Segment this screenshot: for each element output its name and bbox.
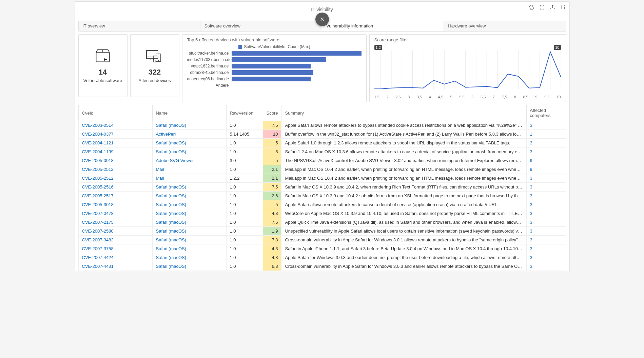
software-link[interactable]: Mail bbox=[152, 174, 226, 183]
chart-score-filter[interactable]: Score range filter 1,2 10 1,522,533,544,… bbox=[369, 34, 566, 102]
software-link[interactable]: Safari (macOS) bbox=[152, 139, 226, 147]
software-link[interactable]: Safari (macOS) bbox=[152, 253, 226, 262]
cve-link[interactable]: CVE-2005-2512 bbox=[78, 174, 152, 183]
refresh-icon[interactable] bbox=[529, 4, 534, 10]
column-header[interactable]: Affected computers bbox=[526, 105, 566, 121]
bar-row[interactable]: Andere bbox=[187, 83, 362, 88]
software-link[interactable]: Safari (macOS) bbox=[152, 236, 226, 244]
table-row: CVE-2005-2512Mail1.02,1Mail.app in Mac O… bbox=[78, 165, 566, 174]
summary-cell: Apple Safari for Windows 3.0.3 and earli… bbox=[281, 253, 526, 262]
tab-software-overview[interactable]: Software overview bbox=[200, 21, 322, 31]
summary-cell: Apple Safari allows remote attackers to … bbox=[281, 121, 526, 130]
bar-row[interactable]: dbmr38-45.berlina.de bbox=[187, 70, 362, 75]
bar-row[interactable]: studitracker.berlina.de bbox=[187, 51, 362, 56]
affected-link[interactable]: 3 bbox=[526, 200, 566, 209]
affected-link[interactable]: 3 bbox=[526, 121, 566, 130]
software-link[interactable]: Safari (macOS) bbox=[152, 262, 226, 271]
bar-row[interactable]: anaentreg06.berlina.de bbox=[187, 76, 362, 82]
bar-fill bbox=[232, 77, 311, 81]
bar-row[interactable]: vetpc1632.berlina.de bbox=[187, 63, 362, 69]
software-link[interactable]: Safari (macOS) bbox=[152, 209, 226, 218]
software-link[interactable]: Safari (macOS) bbox=[152, 147, 226, 156]
axis-tick: 1,5 bbox=[374, 95, 379, 99]
affected-link[interactable]: 3 bbox=[526, 209, 566, 218]
software-link[interactable]: Safari (macOS) bbox=[152, 121, 226, 130]
cve-link[interactable]: CVE-2005-2512 bbox=[78, 165, 152, 174]
cve-link[interactable]: CVE-2005-3018 bbox=[78, 200, 152, 209]
cve-link[interactable]: CVE-2005-2517 bbox=[78, 192, 152, 200]
column-header[interactable]: CveId bbox=[78, 105, 152, 121]
bar-row[interactable]: ieedes117037.berlina.de bbox=[187, 57, 362, 62]
stat-affected-devices[interactable]: 322 Affected devices bbox=[130, 34, 179, 97]
cve-link[interactable]: CVE-2007-2175 bbox=[78, 218, 152, 227]
column-header[interactable]: Name bbox=[152, 105, 226, 121]
cve-link[interactable]: CVE-2007-3482 bbox=[78, 236, 152, 244]
table-row: CVE-2007-3758Safari (macOS)1.04,3Safari … bbox=[78, 244, 566, 253]
score-cell: 7,5 bbox=[263, 121, 281, 130]
raw-version: 1.0 bbox=[226, 227, 263, 236]
software-link[interactable]: Safari (macOS) bbox=[152, 227, 226, 236]
affected-link[interactable]: 3 bbox=[526, 174, 566, 183]
summary-cell: Safari in Mac OS X 10.3.9 and 10.4.2, wh… bbox=[281, 183, 526, 192]
affected-link[interactable]: 3 bbox=[526, 227, 566, 236]
table-row: CVE-2005-0918Adobe SVG Viewer3.05The NPS… bbox=[78, 156, 566, 165]
cve-link[interactable]: CVE-2004-0377 bbox=[78, 130, 152, 139]
axis-tick: 3,5 bbox=[417, 95, 422, 99]
tab-vulnerability-information[interactable]: Vulnerability information bbox=[322, 21, 444, 31]
export-icon[interactable] bbox=[550, 4, 555, 10]
affected-link[interactable]: 3 bbox=[526, 236, 566, 244]
tab-hardware-overview[interactable]: Hardware overview bbox=[444, 21, 565, 31]
close-button[interactable] bbox=[315, 13, 329, 26]
software-link[interactable]: Safari (macOS) bbox=[152, 218, 226, 227]
cve-link[interactable]: CVE-2004-1199 bbox=[78, 147, 152, 156]
affected-link[interactable]: 3 bbox=[526, 147, 566, 156]
column-header[interactable]: RawVersion bbox=[226, 105, 263, 121]
axis-tick: 9 bbox=[535, 95, 537, 99]
cve-link[interactable]: CVE-2005-0918 bbox=[78, 156, 152, 165]
software-link[interactable]: Adobe SVG Viewer bbox=[152, 156, 226, 165]
software-link[interactable]: Safari (macOS) bbox=[152, 183, 226, 192]
bar-fill bbox=[232, 64, 311, 68]
score-cell: 1,9 bbox=[263, 227, 281, 236]
cve-link[interactable]: CVE-2007-0478 bbox=[78, 209, 152, 218]
cve-link[interactable]: CVE-2007-3758 bbox=[78, 244, 152, 253]
software-link[interactable]: ActivePerl bbox=[152, 130, 226, 139]
affected-link[interactable]: 3 bbox=[526, 183, 566, 192]
cve-link[interactable]: CVE-2004-1121 bbox=[78, 139, 152, 147]
affected-link[interactable]: 3 bbox=[526, 192, 566, 200]
affected-link[interactable]: 1 bbox=[526, 130, 566, 139]
affected-link[interactable]: 3 bbox=[526, 139, 566, 147]
table-row: CVE-2007-4431Safari (macOS)1.06,8Cross-d… bbox=[78, 262, 566, 271]
chart-top5-devices[interactable]: Top 5 affected devices with vulnerable s… bbox=[182, 34, 367, 102]
column-header[interactable]: Summary bbox=[281, 105, 526, 121]
tab-it-overview[interactable]: IT overview bbox=[79, 21, 200, 31]
summary-cell: The NPSVG3.dll ActiveX control for Adobe… bbox=[281, 156, 526, 165]
affected-link[interactable]: 3 bbox=[526, 262, 566, 271]
cve-link[interactable]: CVE-2003-0514 bbox=[78, 121, 152, 130]
raw-version: 1.0 bbox=[226, 139, 263, 147]
affected-link[interactable]: 3 bbox=[526, 218, 566, 227]
cve-link[interactable]: CVE-2007-4424 bbox=[78, 253, 152, 262]
affected-link[interactable]: 3 bbox=[526, 244, 566, 253]
raw-version: 1.0 bbox=[226, 200, 263, 209]
score-cell: 4,3 bbox=[263, 209, 281, 218]
cve-link[interactable]: CVE-2007-2580 bbox=[78, 227, 152, 236]
affected-link[interactable]: 3 bbox=[526, 253, 566, 262]
software-link[interactable]: Safari (macOS) bbox=[152, 244, 226, 253]
range-max-handle[interactable]: 10 bbox=[554, 45, 561, 50]
fullscreen-icon[interactable] bbox=[539, 4, 545, 10]
affected-link[interactable]: 9 bbox=[526, 156, 566, 165]
cve-link[interactable]: CVE-2007-4431 bbox=[78, 262, 152, 271]
software-link[interactable]: Safari (macOS) bbox=[152, 192, 226, 200]
settings-sliders-icon[interactable] bbox=[560, 4, 566, 10]
column-header[interactable]: Score bbox=[263, 105, 281, 121]
stat-vulnerable-software[interactable]: 14 Vulnerable software bbox=[78, 34, 128, 97]
score-cell: 5 bbox=[263, 139, 281, 147]
range-min-handle[interactable]: 1,2 bbox=[374, 45, 382, 50]
software-link[interactable]: Safari (macOS) bbox=[152, 200, 226, 209]
software-link[interactable]: Mail bbox=[152, 165, 226, 174]
chart-title: Score range filter bbox=[374, 37, 561, 42]
affected-link[interactable]: 9 bbox=[526, 165, 566, 174]
table-row: CVE-2007-2175Safari (macOS)1.07,6Apple Q… bbox=[78, 218, 566, 227]
cve-link[interactable]: CVE-2005-2516 bbox=[78, 183, 152, 192]
